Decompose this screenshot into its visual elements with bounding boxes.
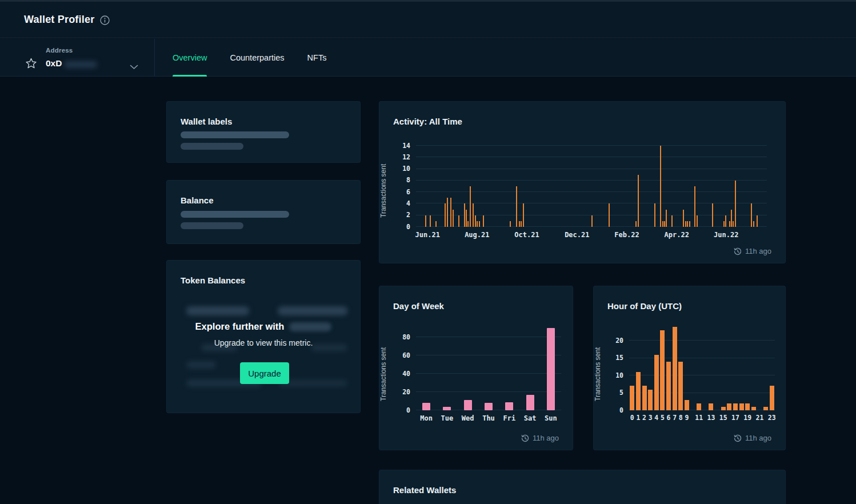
day-last-updated: 11h ago [521,434,559,442]
x-axis-tick: 15 [719,415,727,422]
chart-bar [739,403,744,410]
x-axis-tick: 7 [673,415,677,422]
chart-bar [505,402,513,410]
x-axis-tick: 1 [636,415,640,422]
gridline [629,375,775,375]
blurred-token-row [279,379,347,387]
x-axis-tick: 9 [685,415,689,422]
chart-bar [464,400,472,410]
activity-y-axis-label: Transactions sent [379,164,387,218]
chart-bar [729,221,730,227]
x-axis-tick: Tue [441,415,454,422]
address-label: Address [46,47,73,54]
x-axis-tick: 6 [667,415,671,422]
chart-bar [654,203,655,227]
chart-bar [709,403,713,410]
chevron-down-icon[interactable] [130,62,138,72]
tab-counterparties[interactable]: Counterparties [230,39,284,76]
hour-of-day-title: Hour of Day (UTC) [607,301,682,311]
day-of-week-title: Day of Week [393,301,444,311]
chart-bar [470,186,471,227]
chart-bar [458,215,459,227]
y-axis-tick: 20 [402,389,410,395]
upgrade-button[interactable]: Upgrade [240,362,289,384]
chart-bar [671,215,673,227]
chart-bar [673,327,677,410]
address-selector[interactable]: Address 0xD [0,39,154,76]
balance-title: Balance [181,195,214,205]
info-icon[interactable] [100,15,110,25]
token-balances-title: Token Balances [181,275,245,285]
chart-bar [521,221,522,227]
y-axis-tick: 4 [406,201,410,207]
wallet-labels-card: Wallet labels [166,101,361,163]
y-axis-tick: 0 [406,407,410,414]
chart-bar [662,221,663,227]
chart-bar [547,328,555,410]
blurred-token-row [186,306,249,315]
chart-bar [751,407,756,410]
related-wallets-card: Related Wallets [379,470,786,504]
favorite-star-icon[interactable] [25,58,37,71]
x-axis-tick: 2 [642,415,646,422]
chart-bar [642,386,647,410]
activity-chart-plot: 02468101214Jun.21Aug.21Oct.21Dec.21Feb.2… [416,140,767,227]
chart-bar [591,215,593,227]
chart-bar [731,210,732,227]
y-axis-tick: 5 [619,390,623,397]
chart-bar [660,330,665,410]
chart-bar [467,221,469,227]
chart-bar [445,203,446,227]
x-axis-tick: Apr.22 [665,231,689,238]
y-axis-tick: 6 [406,189,410,195]
skeleton-pill [181,222,243,229]
x-axis-tick: Dec.21 [565,231,589,238]
y-axis-tick: 15 [615,355,623,362]
hour-of-day-plot: 05101520012345678911131517192123 [629,323,775,410]
skeleton-pill [181,143,243,150]
address-value: 0xD [46,58,62,69]
gridline [416,337,561,337]
chart-bar [479,221,480,227]
tab-nfts[interactable]: NFTs [307,39,327,76]
day-of-week-card: Day of Week Transactions sent 020406080M… [379,286,573,450]
page-title: Wallet Profiler [24,14,94,26]
x-axis-tick: Wed [462,415,474,422]
gridline [416,391,561,392]
y-axis-tick: 20 [615,338,623,345]
chart-bar [483,215,484,227]
x-axis-tick: Mon [420,415,433,422]
chart-bar [466,210,467,227]
x-axis-tick: Sun [545,415,557,422]
address-redacted-blur [64,61,97,68]
chart-bar [687,221,688,227]
chart-bar [751,203,752,227]
chart-bar [685,400,689,410]
gridline [416,203,767,203]
x-axis-tick: Aug.21 [465,231,489,238]
x-axis-tick: Thu [482,415,495,422]
y-axis-tick: 8 [406,177,410,184]
tab-bar: Overview Counterparties NFTs [173,39,326,76]
chart-bar [473,203,474,227]
chart-bar [425,215,426,227]
chart-bar [685,221,686,227]
x-axis-tick: 19 [743,415,751,422]
chart-bar [666,362,671,410]
hour-of-day-card: Hour of Day (UTC) Transactions sent 0510… [593,286,786,450]
chart-bar [447,198,448,227]
y-axis-tick: 10 [615,372,623,379]
upgrade-overlay-subtext: Upgrade to view this metric. [167,338,360,347]
blurred-logo [289,322,331,331]
x-axis-tick: Fri [503,415,515,422]
chart-bar [516,186,517,227]
wallet-labels-title: Wallet labels [181,117,232,126]
chart-bar [654,355,659,410]
chart-bar [510,221,511,227]
chart-bar [725,215,726,227]
tab-overview[interactable]: Overview [173,39,207,76]
x-axis-tick: 11 [695,415,703,422]
chart-bar [721,407,726,410]
chart-bar [523,203,524,227]
chart-bar [609,203,610,227]
